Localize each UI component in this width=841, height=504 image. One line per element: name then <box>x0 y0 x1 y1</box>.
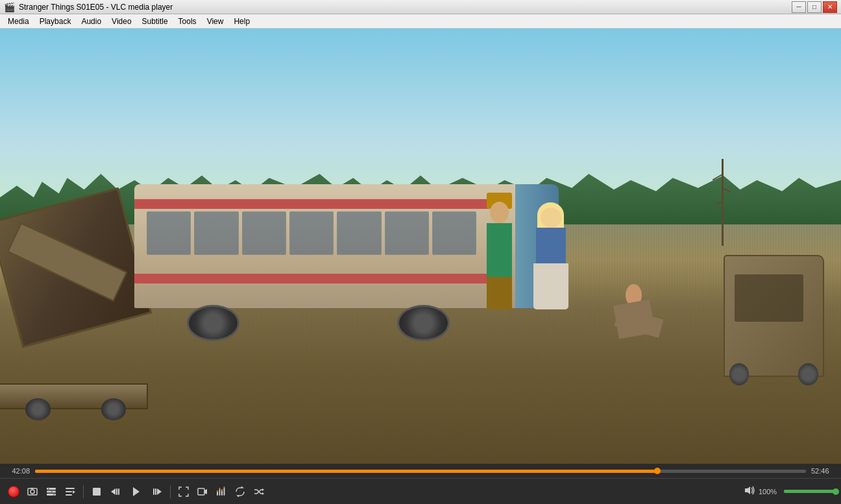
shuffle-icon <box>254 486 264 497</box>
separator-2 <box>170 485 171 498</box>
svg-rect-8 <box>53 493 55 496</box>
stop-icon <box>91 486 102 497</box>
bus-window <box>242 211 286 255</box>
svg-rect-13 <box>93 488 101 496</box>
bus-window <box>194 211 238 255</box>
play-pause-button[interactable] <box>126 481 147 502</box>
svg-marker-12 <box>73 490 75 494</box>
svg-marker-14 <box>111 488 116 495</box>
volume-track[interactable] <box>784 490 836 493</box>
title-bar: 🎬 Stranger Things S01E05 - VLC media pla… <box>0 0 841 14</box>
controls-area: 42:08 52:46 <box>0 464 841 504</box>
character-dustin <box>483 202 515 309</box>
bus-wheel-right <box>397 305 450 341</box>
video-canvas <box>0 29 841 464</box>
playlist-button[interactable] <box>62 483 79 500</box>
svg-rect-20 <box>155 488 156 495</box>
video-area <box>0 29 841 464</box>
volume-handle <box>833 488 839 495</box>
svg-point-1 <box>30 490 34 494</box>
char-body <box>487 223 512 277</box>
loop-button[interactable] <box>232 483 249 500</box>
svg-rect-21 <box>198 488 204 495</box>
stop-button[interactable] <box>88 483 105 500</box>
separator <box>83 485 84 498</box>
bus-stripe-top <box>134 199 504 209</box>
svg-rect-27 <box>217 490 218 492</box>
close-button[interactable]: ✕ <box>823 1 837 13</box>
bus-windows <box>147 211 476 255</box>
svg-rect-9 <box>66 488 75 489</box>
menu-media[interactable]: Media <box>3 16 34 27</box>
playlist-icon <box>65 486 75 497</box>
menu-video[interactable]: Video <box>106 16 136 27</box>
loop-icon <box>235 486 245 497</box>
equalizer-icon <box>216 486 226 497</box>
volume-fill <box>784 490 836 493</box>
record-button[interactable] <box>5 483 22 500</box>
extended-settings-button[interactable] <box>43 483 60 500</box>
svg-rect-16 <box>118 488 119 495</box>
svg-rect-28 <box>219 488 221 489</box>
svg-marker-31 <box>262 488 264 491</box>
video-effects-button[interactable] <box>194 483 211 500</box>
bus-window <box>289 211 334 255</box>
next-button[interactable] <box>149 483 165 500</box>
fullscreen-button[interactable] <box>175 483 192 500</box>
svg-marker-17 <box>133 487 140 496</box>
svg-rect-6 <box>48 487 49 490</box>
window-title: Stranger Things S01E05 - VLC media playe… <box>19 3 173 12</box>
play-icon <box>131 486 141 497</box>
bus-window <box>385 211 429 255</box>
svg-rect-2 <box>30 488 33 489</box>
snapshot-button[interactable] <box>24 483 41 500</box>
svg-rect-23 <box>217 492 218 496</box>
bus-window <box>337 211 381 255</box>
svg-rect-30 <box>224 486 225 488</box>
volume-icon <box>744 485 755 496</box>
char-jacket <box>536 228 565 269</box>
time-current: 42:08 <box>5 467 30 475</box>
minimize-button[interactable]: ─ <box>792 1 806 13</box>
char-dress <box>533 263 568 309</box>
volume-area: 100% <box>743 484 836 499</box>
progress-bar-area: 42:08 52:46 <box>0 464 841 478</box>
trailer-platform <box>0 383 148 409</box>
volume-button[interactable] <box>743 484 756 499</box>
previous-icon <box>110 486 121 497</box>
vehicle-wheel <box>729 363 749 385</box>
menu-subtitle[interactable]: Subtitle <box>137 16 173 27</box>
svg-rect-7 <box>51 490 53 493</box>
progress-handle <box>654 468 661 474</box>
record-icon <box>8 486 19 498</box>
svg-marker-32 <box>262 492 264 495</box>
svg-rect-10 <box>66 491 72 492</box>
menu-help[interactable]: Help <box>228 16 255 27</box>
shuffle-button[interactable] <box>250 483 267 500</box>
snapshot-icon <box>27 486 38 497</box>
previous-button[interactable] <box>107 483 124 500</box>
svg-rect-15 <box>116 488 117 495</box>
menu-bar: Media Playback Audio Video Subtitle Tool… <box>0 14 841 29</box>
video-effects-icon <box>197 486 208 497</box>
char-legs <box>487 277 512 309</box>
window-controls: ─ □ ✕ <box>792 1 837 13</box>
menu-tools[interactable]: Tools <box>173 16 202 27</box>
svg-marker-33 <box>745 486 750 494</box>
trailer-wheel-left <box>25 398 51 420</box>
menu-audio[interactable]: Audio <box>76 16 106 27</box>
svg-rect-19 <box>153 488 154 495</box>
bus-window <box>147 211 191 255</box>
fullscreen-icon <box>178 486 189 497</box>
settings-icon <box>46 486 56 497</box>
scene <box>0 29 841 464</box>
character-crouching <box>616 284 662 359</box>
menu-playback[interactable]: Playback <box>34 16 77 27</box>
progress-track[interactable] <box>35 470 806 473</box>
svg-rect-24 <box>219 489 221 496</box>
equalizer-button[interactable] <box>213 483 230 500</box>
menu-view[interactable]: View <box>202 16 229 27</box>
char-head <box>541 208 561 228</box>
vehicle-wheel-2 <box>798 363 818 385</box>
maximize-button[interactable]: □ <box>807 1 822 13</box>
